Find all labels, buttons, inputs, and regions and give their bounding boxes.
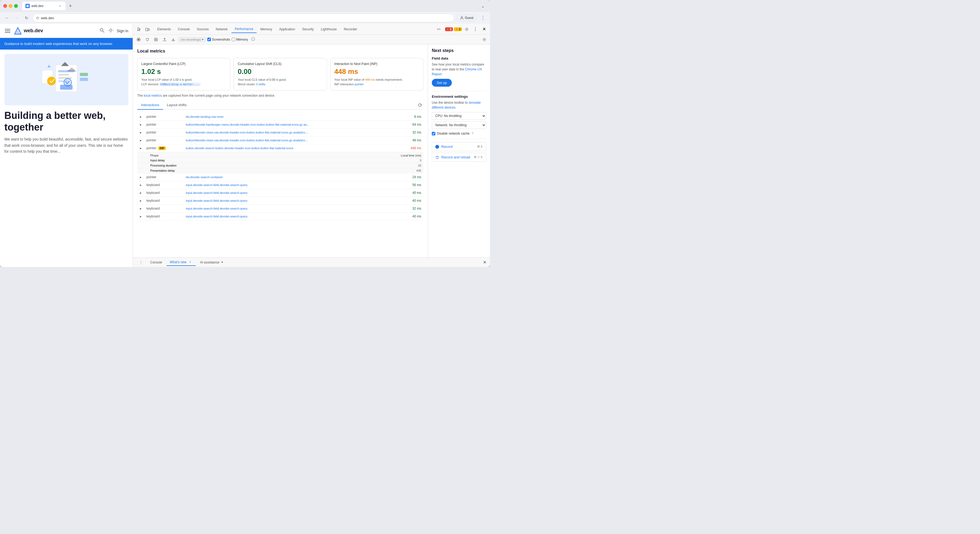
expand-arrow-icon[interactable]: ► [139,139,142,142]
expand-arrow-icon[interactable]: ► [139,191,142,194]
reload-button[interactable]: ↻ [23,14,30,22]
layout-shifts-tab[interactable]: Layout shifts [163,101,190,110]
int-type: pointer [144,173,183,181]
back-button[interactable]: ← [3,14,11,22]
minimize-traffic-light[interactable] [9,4,13,8]
int-type: pointer [144,129,183,137]
tab-memory[interactable]: Memory [257,26,275,33]
expand-arrow-icon[interactable]: ► [139,131,142,134]
svg-point-45 [484,39,485,40]
browser-menu-button[interactable]: ⋮ [479,14,487,22]
device-toolbar-button[interactable] [144,26,151,33]
tab-application[interactable]: Application [276,26,298,33]
record-reload-button-large[interactable]: Record and reload ⌘ ⇧ E [432,153,486,162]
new-tab-button[interactable]: + [67,2,74,10]
int-time: 40 ms [398,189,423,197]
svg-rect-3 [5,29,10,30]
expand-arrow-icon[interactable]: ► [139,215,142,218]
clear-button[interactable] [153,36,159,43]
expand-arrow-icon[interactable]: ► [139,115,142,118]
int-type: pointer [144,121,183,129]
svg-point-24 [47,77,56,85]
memory-checkbox[interactable]: Memory [232,38,248,41]
inspect-element-button[interactable] [135,26,143,33]
tab-more[interactable]: >> [434,26,444,33]
tab-performance[interactable]: Performance [231,26,257,33]
tab-sources[interactable]: Sources [194,26,212,33]
devtools-toolbar: (no recordings) ▾ Screenshots Memory i [133,35,490,45]
address-bar[interactable]: web.dev [32,14,454,22]
tab-close-button[interactable]: × [58,4,62,8]
info-icon: i [251,37,255,41]
guest-icon [460,16,464,20]
bottom-bar-menu[interactable]: ⋮ [136,260,146,265]
chrome-ux-report-link[interactable]: Chrome UX Report [432,67,482,76]
window-expand-icon[interactable]: ⌄ [479,3,487,9]
settings-button[interactable] [463,26,471,33]
tab-network[interactable]: Network [213,26,231,33]
simulate-devices-link[interactable]: simulate different devices [432,101,481,109]
whats-new-close-button[interactable]: × [188,260,192,264]
close-traffic-light[interactable] [3,4,7,8]
site-hamburger-button[interactable] [4,28,11,34]
site-banner: Guidance to build modern web experiences… [0,38,133,49]
screenshots-input[interactable] [207,38,211,41]
theme-toggle-button[interactable] [108,28,113,34]
cpu-throttling-select[interactable]: CPU: No throttling 4x slowdown 6x slowdo… [432,112,486,120]
guest-button[interactable]: Guest [457,14,477,21]
download-button[interactable] [170,36,177,43]
ai-assistance-bottom-tab[interactable]: AI assistance ✦ [197,260,227,265]
maximize-traffic-light[interactable] [14,4,18,8]
expand-arrow-icon[interactable]: ► [139,199,142,202]
recording-selector[interactable]: (no recordings) ▾ [178,37,206,42]
nav-bar: ← → ↻ web.dev Guest ⋮ [0,12,490,24]
interactions-tab[interactable]: Interactions [137,101,163,110]
expand-arrow-icon[interactable]: ► [139,183,142,187]
refresh-interactions-button[interactable] [416,102,423,108]
forward-button[interactable]: → [13,14,21,22]
tab-bar: web.dev × + [22,2,477,10]
inp-badge: INP [158,147,166,150]
expand-arrow-icon[interactable]: ► [139,176,142,179]
record-button[interactable] [135,36,142,43]
whats-new-bottom-tab[interactable]: What's new × [167,259,196,266]
expand-arrow-icon[interactable]: ► [139,207,142,210]
env-settings-section: Environment settings Use the device tool… [432,94,486,135]
toolbar-settings-button[interactable] [481,36,488,43]
int-type: keyboard [144,189,183,197]
setup-button[interactable]: Set up [432,79,452,87]
screenshots-checkbox[interactable]: Screenshots [207,38,230,41]
browser-tab[interactable]: web.dev × [22,2,65,10]
site-search-button[interactable] [99,28,105,34]
close-all-bottom-button[interactable]: ✕ [481,259,488,266]
sign-in-button[interactable]: Sign in [117,29,128,33]
tab-security[interactable]: Security [299,26,317,33]
tab-elements[interactable]: Elements [154,26,174,33]
svg-marker-22 [61,62,69,66]
upload-button[interactable] [161,36,168,43]
reload-record-button[interactable] [144,36,151,43]
memory-input[interactable] [232,38,235,41]
expand-arrow-icon[interactable]: ► [139,147,142,150]
console-bottom-tab[interactable]: Console [147,260,165,265]
tab-console[interactable]: Console [175,26,193,33]
env-settings-desc: Use the device toolbar to simulate diffe… [432,100,486,110]
network-throttling-select[interactable]: Network: No throttling Fast 3G Slow 3G [432,121,486,129]
more-options-button[interactable]: ⋮ [472,26,479,33]
disable-cache-input[interactable] [432,132,435,135]
close-devtools-button[interactable]: ✕ [480,26,488,33]
tab-recorder[interactable]: Recorder [340,26,360,33]
int-type: pointer INP [144,144,183,152]
disable-cache-checkbox[interactable]: Disable network cache ? [432,132,486,135]
record-button-large[interactable]: Record ⌘ E [432,142,486,151]
inp-card: Interaction to Next Paint (INP) 448 ms Y… [330,58,423,91]
local-metrics-link[interactable]: local metrics [144,94,162,97]
table-row: ► keyboard input.devsite-search-field.de… [137,212,423,220]
expand-arrow-icon[interactable]: ► [139,123,142,126]
main-content: web.dev Sign in Guidance to build modern… [0,24,490,267]
svg-point-1 [37,17,39,19]
int-selector: button#devsite-close-nav.devsite-header-… [183,129,398,137]
site-nav-right: Sign in [99,28,128,34]
tab-lighthouse[interactable]: Lighthouse [318,26,340,33]
site-hero: Building a better web, together We want … [0,49,133,159]
